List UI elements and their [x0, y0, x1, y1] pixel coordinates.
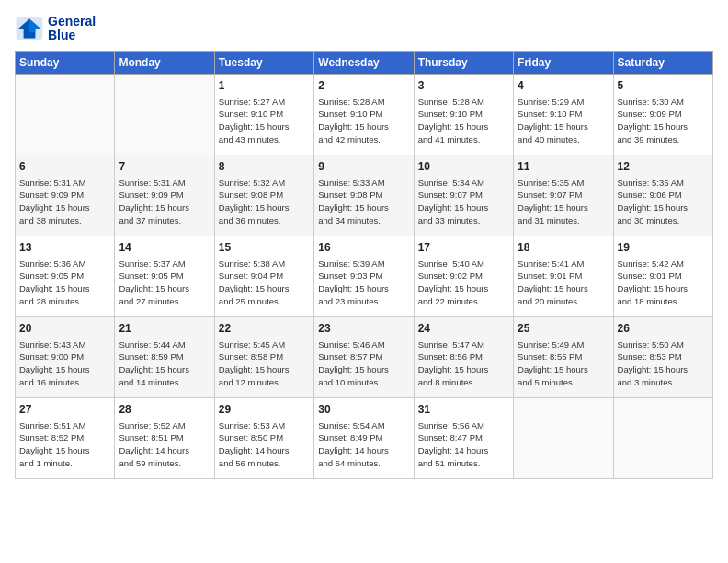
calendar-cell: 23Sunrise: 5:46 AM Sunset: 8:57 PM Dayli… — [314, 316, 414, 397]
calendar-cell: 16Sunrise: 5:39 AM Sunset: 9:03 PM Dayli… — [314, 236, 414, 316]
weekday-header-sunday: Sunday — [16, 51, 115, 74]
day-info: Sunrise: 5:39 AM Sunset: 9:03 PM Dayligh… — [318, 258, 409, 308]
day-number: 13 — [19, 240, 110, 256]
day-number: 16 — [318, 240, 409, 256]
day-info: Sunrise: 5:38 AM Sunset: 9:04 PM Dayligh… — [219, 258, 310, 308]
calendar-cell: 20Sunrise: 5:43 AM Sunset: 9:00 PM Dayli… — [16, 316, 115, 397]
calendar-cell: 10Sunrise: 5:34 AM Sunset: 9:07 PM Dayli… — [414, 155, 513, 236]
weekday-header-row: SundayMondayTuesdayWednesdayThursdayFrid… — [16, 51, 713, 74]
day-number: 24 — [418, 321, 509, 337]
day-number: 6 — [19, 159, 110, 175]
calendar-cell: 7Sunrise: 5:31 AM Sunset: 9:09 PM Daylig… — [115, 155, 214, 236]
day-info: Sunrise: 5:35 AM Sunset: 9:06 PM Dayligh… — [618, 177, 709, 227]
day-info: Sunrise: 5:50 AM Sunset: 8:53 PM Dayligh… — [618, 339, 709, 389]
calendar-cell — [613, 397, 712, 478]
day-number: 15 — [219, 240, 310, 256]
day-info: Sunrise: 5:54 AM Sunset: 8:49 PM Dayligh… — [318, 419, 409, 470]
day-number: 7 — [119, 159, 210, 175]
day-number: 22 — [219, 321, 310, 337]
calendar-cell: 19Sunrise: 5:42 AM Sunset: 9:01 PM Dayli… — [613, 236, 712, 316]
calendar-cell: 28Sunrise: 5:52 AM Sunset: 8:51 PM Dayli… — [115, 397, 214, 478]
calendar-cell: 21Sunrise: 5:44 AM Sunset: 8:59 PM Dayli… — [115, 316, 214, 397]
calendar-cell: 13Sunrise: 5:36 AM Sunset: 9:05 PM Dayli… — [16, 236, 115, 316]
day-info: Sunrise: 5:45 AM Sunset: 8:58 PM Dayligh… — [219, 339, 310, 389]
calendar-cell: 2Sunrise: 5:28 AM Sunset: 9:10 PM Daylig… — [314, 74, 414, 155]
calendar-body: 1Sunrise: 5:27 AM Sunset: 9:10 PM Daylig… — [16, 74, 713, 478]
calendar-cell: 25Sunrise: 5:49 AM Sunset: 8:55 PM Dayli… — [514, 316, 613, 397]
calendar-cell: 27Sunrise: 5:51 AM Sunset: 8:52 PM Dayli… — [16, 397, 115, 478]
day-info: Sunrise: 5:44 AM Sunset: 8:59 PM Dayligh… — [119, 339, 210, 389]
day-info: Sunrise: 5:35 AM Sunset: 9:07 PM Dayligh… — [518, 177, 609, 227]
calendar-cell: 22Sunrise: 5:45 AM Sunset: 8:58 PM Dayli… — [214, 316, 313, 397]
calendar-cell: 9Sunrise: 5:33 AM Sunset: 9:08 PM Daylig… — [314, 155, 414, 236]
day-number: 9 — [318, 159, 409, 175]
calendar-week-2: 6Sunrise: 5:31 AM Sunset: 9:09 PM Daylig… — [16, 155, 713, 236]
day-info: Sunrise: 5:31 AM Sunset: 9:09 PM Dayligh… — [19, 177, 110, 227]
calendar-cell: 18Sunrise: 5:41 AM Sunset: 9:01 PM Dayli… — [514, 236, 613, 316]
day-info: Sunrise: 5:40 AM Sunset: 9:02 PM Dayligh… — [418, 258, 509, 308]
calendar-cell: 15Sunrise: 5:38 AM Sunset: 9:04 PM Dayli… — [214, 236, 313, 316]
day-info: Sunrise: 5:29 AM Sunset: 9:10 PM Dayligh… — [518, 96, 609, 146]
weekday-header-thursday: Thursday — [414, 51, 513, 74]
day-info: Sunrise: 5:27 AM Sunset: 9:10 PM Dayligh… — [219, 96, 310, 146]
day-number: 30 — [318, 402, 409, 418]
calendar-cell: 29Sunrise: 5:53 AM Sunset: 8:50 PM Dayli… — [214, 397, 313, 478]
day-number: 31 — [418, 402, 509, 418]
calendar-cell: 8Sunrise: 5:32 AM Sunset: 9:08 PM Daylig… — [214, 155, 313, 236]
day-number: 4 — [518, 78, 609, 94]
day-number: 18 — [518, 240, 609, 256]
calendar-cell: 14Sunrise: 5:37 AM Sunset: 9:05 PM Dayli… — [115, 236, 214, 316]
day-number: 10 — [418, 159, 509, 175]
day-info: Sunrise: 5:53 AM Sunset: 8:50 PM Dayligh… — [219, 419, 310, 470]
logo-icon — [15, 16, 44, 41]
calendar-cell: 4Sunrise: 5:29 AM Sunset: 9:10 PM Daylig… — [514, 74, 613, 155]
day-info: Sunrise: 5:43 AM Sunset: 9:00 PM Dayligh… — [19, 339, 110, 389]
day-info: Sunrise: 5:30 AM Sunset: 9:09 PM Dayligh… — [618, 96, 709, 146]
day-number: 12 — [618, 159, 709, 175]
day-info: Sunrise: 5:37 AM Sunset: 9:05 PM Dayligh… — [119, 258, 210, 308]
weekday-header-wednesday: Wednesday — [314, 51, 414, 74]
day-number: 17 — [418, 240, 509, 256]
day-number: 29 — [219, 402, 310, 418]
day-number: 8 — [219, 159, 310, 175]
calendar-cell: 11Sunrise: 5:35 AM Sunset: 9:07 PM Dayli… — [514, 155, 613, 236]
calendar-cell: 12Sunrise: 5:35 AM Sunset: 9:06 PM Dayli… — [613, 155, 712, 236]
day-info: Sunrise: 5:28 AM Sunset: 9:10 PM Dayligh… — [318, 96, 409, 146]
calendar-week-5: 27Sunrise: 5:51 AM Sunset: 8:52 PM Dayli… — [16, 397, 713, 478]
day-info: Sunrise: 5:51 AM Sunset: 8:52 PM Dayligh… — [19, 419, 110, 470]
day-info: Sunrise: 5:28 AM Sunset: 9:10 PM Dayligh… — [418, 96, 509, 146]
day-number: 19 — [618, 240, 709, 256]
calendar-cell — [16, 74, 115, 155]
day-number: 20 — [19, 321, 110, 337]
day-number: 26 — [618, 321, 709, 337]
weekday-header-monday: Monday — [115, 51, 214, 74]
logo: General Blue — [15, 15, 96, 43]
day-number: 14 — [119, 240, 210, 256]
day-info: Sunrise: 5:32 AM Sunset: 9:08 PM Dayligh… — [219, 177, 310, 227]
calendar-cell: 5Sunrise: 5:30 AM Sunset: 9:09 PM Daylig… — [613, 74, 712, 155]
calendar-cell: 1Sunrise: 5:27 AM Sunset: 9:10 PM Daylig… — [214, 74, 313, 155]
calendar-cell — [115, 74, 214, 155]
calendar-cell: 26Sunrise: 5:50 AM Sunset: 8:53 PM Dayli… — [613, 316, 712, 397]
weekday-header-tuesday: Tuesday — [214, 51, 313, 74]
day-info: Sunrise: 5:49 AM Sunset: 8:55 PM Dayligh… — [518, 339, 609, 389]
day-info: Sunrise: 5:47 AM Sunset: 8:56 PM Dayligh… — [418, 339, 509, 389]
day-number: 28 — [119, 402, 210, 418]
day-number: 23 — [318, 321, 409, 337]
day-info: Sunrise: 5:46 AM Sunset: 8:57 PM Dayligh… — [318, 339, 409, 389]
calendar-week-4: 20Sunrise: 5:43 AM Sunset: 9:00 PM Dayli… — [16, 316, 713, 397]
day-number: 25 — [518, 321, 609, 337]
day-info: Sunrise: 5:52 AM Sunset: 8:51 PM Dayligh… — [119, 419, 210, 470]
day-info: Sunrise: 5:31 AM Sunset: 9:09 PM Dayligh… — [119, 177, 210, 227]
calendar-cell: 30Sunrise: 5:54 AM Sunset: 8:49 PM Dayli… — [314, 397, 414, 478]
day-number: 3 — [418, 78, 509, 94]
calendar-week-3: 13Sunrise: 5:36 AM Sunset: 9:05 PM Dayli… — [16, 236, 713, 316]
day-info: Sunrise: 5:33 AM Sunset: 9:08 PM Dayligh… — [318, 177, 409, 227]
calendar-cell: 6Sunrise: 5:31 AM Sunset: 9:09 PM Daylig… — [16, 155, 115, 236]
calendar-week-1: 1Sunrise: 5:27 AM Sunset: 9:10 PM Daylig… — [16, 74, 713, 155]
calendar-cell — [514, 397, 613, 478]
calendar-cell: 3Sunrise: 5:28 AM Sunset: 9:10 PM Daylig… — [414, 74, 513, 155]
day-info: Sunrise: 5:56 AM Sunset: 8:47 PM Dayligh… — [418, 419, 509, 470]
day-info: Sunrise: 5:41 AM Sunset: 9:01 PM Dayligh… — [518, 258, 609, 308]
day-number: 5 — [618, 78, 709, 94]
